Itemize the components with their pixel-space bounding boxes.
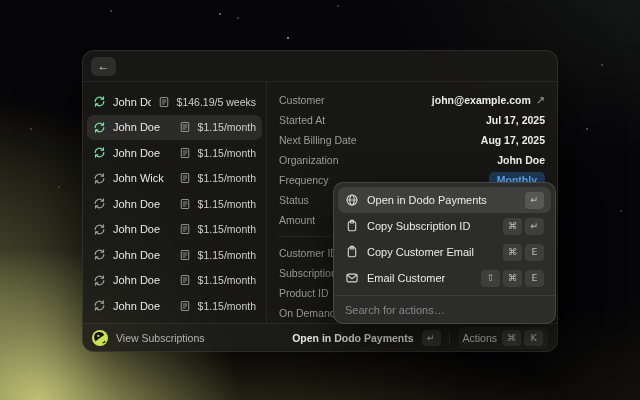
detail-label: On Demand [279,307,336,319]
subscription-list-item[interactable]: John Doe $1.15/month [87,191,262,217]
action-menu-item-shortcut: ⇧⌘E [481,270,544,287]
shortcut-key: K [524,330,543,346]
subscription-customer-name: John Doe [113,121,172,133]
shortcut-key: ⌘ [502,330,521,346]
subscription-customer-name: John Doe [113,147,172,159]
actions-popup-items: Open in Dodo Payments ↵ Copy Subscriptio… [334,183,555,295]
subscription-list-item[interactable]: John Doe $1.15/month [87,217,262,243]
subscription-customer-name: John Doe [113,249,172,261]
detail-label: Customer [279,94,325,106]
receipt-icon [179,172,191,184]
actions-button[interactable]: Actions ⌘K [458,327,548,349]
subscription-price: $1.15/month [198,121,256,133]
receipt-icon [179,147,191,159]
subscription-list-item[interactable]: John Doe $1.15/month [87,140,262,166]
detail-label: Next Billing Date [279,134,357,146]
action-menu-item-label: Email Customer [367,272,473,284]
shortcut-key: E [525,270,544,287]
detail-label: Organization [279,154,339,166]
shortcut-key: E [525,244,544,261]
action-menu-item[interactable]: Copy Customer Email ⌘E [338,239,551,265]
subscription-price: $1.15/month [198,223,256,235]
detail-value: Jul 17, 2025 [486,114,545,126]
action-menu-item[interactable]: Email Customer ⇧⌘E [338,265,551,291]
detail-value: Aug 17, 2025 [481,134,545,146]
detail-row: Started At Jul 17, 2025 [279,110,545,130]
shortcut-key: ⌘ [503,270,522,287]
subscription-customer-name: John Doe [113,96,151,108]
action-menu-item-shortcut: ⌘E [503,244,544,261]
subscription-price: $1.15/month [198,172,256,184]
shortcut-key: ↵ [525,192,544,209]
subscription-list-item[interactable]: John Doe $146.19/5 weeks [87,89,262,115]
detail-label: Frequency [279,174,329,186]
receipt-icon [179,249,191,261]
footer-separator [449,331,450,344]
subscription-list-item[interactable]: John Wick $1.15/month [87,166,262,192]
subscription-price: $1.15/month [198,300,256,312]
detail-value: John Doe [497,154,545,166]
subscription-list-item[interactable]: John Doe $1.15/month [87,242,262,268]
subscription-cycle-icon [93,299,106,312]
envelope-icon [345,271,359,285]
subscription-price: $1.15/month [198,198,256,210]
shortcut-key: ⌘ [503,244,522,261]
action-menu-item-label: Copy Subscription ID [367,220,495,232]
detail-value: john@example.com ↗ [432,94,545,107]
view-subscriptions-label: View Subscriptions [116,332,205,344]
subscription-list-item[interactable]: John Doe $1.15/month [87,268,262,294]
receipt-icon [179,121,191,133]
detail-label: Product ID [279,287,329,299]
subscription-price: $1.15/month [198,274,256,286]
subscription-customer-name: John Doe [113,198,172,210]
window-footer: View Subscriptions Open in Dodo Payments… [83,323,557,351]
subscription-price: $146.19/5 weeks [177,96,256,108]
shortcut-key: ↵ [422,330,441,346]
subscription-cycle-icon [93,223,106,236]
receipt-icon [179,300,191,312]
action-menu-item-shortcut: ⌘↵ [503,218,544,235]
subscription-customer-name: John Doe [113,300,172,312]
subscription-price: $1.15/month [198,249,256,261]
clipboard-icon [345,219,359,233]
detail-row: Organization John Doe [279,150,545,170]
action-menu-item-label: Open in Dodo Payments [367,194,517,206]
subscription-cycle-icon [93,197,106,210]
action-menu-item-shortcut: ↵ [525,192,544,209]
action-menu-item-label: Copy Customer Email [367,246,495,258]
subscription-cycle-icon [93,172,106,185]
actions-search-input[interactable] [345,304,544,316]
receipt-icon [158,96,170,108]
subscription-cycle-icon [93,121,106,134]
subscription-cycle-icon [93,248,106,261]
external-link-icon[interactable]: ↗ [536,94,545,107]
subscription-customer-name: John Wick [113,172,172,184]
back-button[interactable]: ← [91,57,116,76]
primary-action-label[interactable]: Open in Dodo Payments [292,332,413,344]
detail-value-text: john@example.com [432,94,531,106]
subscription-list-item[interactable]: John Doe $1.15/month [87,293,262,319]
detail-row: Customer john@example.com ↗ [279,90,545,110]
detail-row: Next Billing Date Aug 17, 2025 [279,130,545,150]
action-menu-item[interactable]: Open in Dodo Payments ↵ [338,187,551,213]
action-menu-item[interactable]: Copy Subscription ID ⌘↵ [338,213,551,239]
back-arrow-icon: ← [98,60,110,72]
receipt-icon [179,223,191,235]
actions-label: Actions [463,332,497,344]
receipt-icon [179,198,191,210]
subscription-list: John Doe $146.19/5 weeks John Doe $1.15/… [83,82,267,323]
detail-value-text: Aug 17, 2025 [481,134,545,146]
shortcut-key: ⇧ [481,270,500,287]
subscription-cycle-icon [93,95,106,108]
detail-label: Customer ID [279,247,338,259]
actions-keys: ⌘K [502,330,543,346]
shortcut-key: ⌘ [503,218,522,235]
subscription-list-item[interactable]: John Doe $1.15/month [87,115,262,141]
detail-value-text: John Doe [497,154,545,166]
actions-popup: Open in Dodo Payments ↵ Copy Subscriptio… [333,182,556,324]
subscription-customer-name: John Doe [113,223,172,235]
detail-label: Status [279,194,309,206]
shortcut-key: ↵ [525,218,544,235]
subscription-price: $1.15/month [198,147,256,159]
subscription-customer-name: John Doe [113,274,172,286]
